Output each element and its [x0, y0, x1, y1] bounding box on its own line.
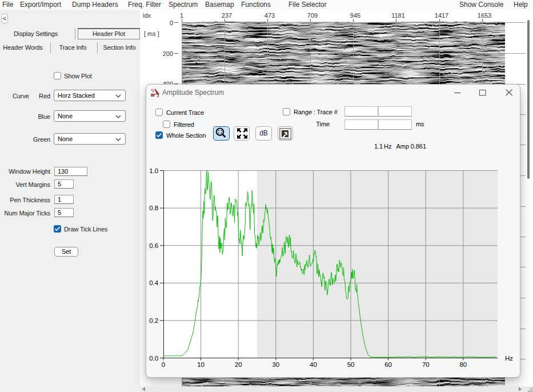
svg-text:0.2: 0.2: [149, 317, 158, 324]
svg-text:20: 20: [235, 361, 242, 368]
svg-text:50: 50: [347, 361, 355, 368]
svg-text:0.0: 0.0: [149, 355, 158, 362]
svg-text:70: 70: [422, 361, 430, 368]
svg-text:0.6: 0.6: [149, 242, 158, 249]
svg-text:0: 0: [162, 361, 165, 368]
svg-text:0.8: 0.8: [149, 205, 158, 211]
svg-text:80: 80: [460, 361, 467, 368]
svg-text:Hz: Hz: [505, 355, 513, 362]
svg-text:60: 60: [384, 361, 392, 368]
svg-text:10: 10: [197, 361, 205, 368]
svg-text:30: 30: [272, 361, 280, 368]
svg-text:1.0: 1.0: [149, 167, 158, 174]
svg-text:0.4: 0.4: [149, 279, 158, 286]
svg-text:40: 40: [310, 361, 317, 368]
